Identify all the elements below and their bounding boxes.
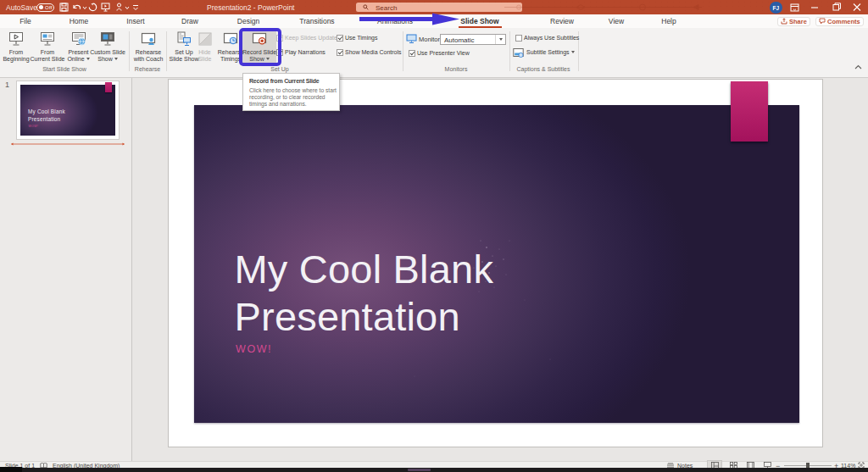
comments-icon bbox=[819, 18, 826, 25]
checkbox-icon bbox=[337, 49, 343, 56]
collapse-ribbon-icon[interactable] bbox=[854, 64, 862, 69]
slide-editing-canvas[interactable]: My Cool Blank Presentation WOW! bbox=[169, 80, 822, 447]
undo-dropdown-icon[interactable] bbox=[82, 3, 87, 12]
undo-icon[interactable] bbox=[72, 3, 81, 12]
checkbox-label: Use Presenter View bbox=[417, 50, 470, 56]
annotation-highlight-rectangle bbox=[239, 28, 281, 66]
slide-subtitle[interactable]: WOW! bbox=[236, 343, 272, 355]
search-icon bbox=[363, 4, 369, 10]
workspace: 1 My Cool Blank Presentation WOW! bbox=[0, 78, 868, 461]
minimize-button[interactable] bbox=[805, 0, 824, 14]
autosave-toggle[interactable]: Off bbox=[36, 3, 54, 12]
monitor-label: Monitor: bbox=[419, 36, 442, 43]
group-separator bbox=[509, 31, 510, 71]
thumbnail-accent-rectangle bbox=[105, 82, 112, 92]
tab-home[interactable]: Home bbox=[70, 17, 89, 25]
status-bar: Slide 1 of 1 English (United Kingdom) No… bbox=[0, 461, 868, 468]
monitor-dropdown-value: Automatic bbox=[444, 36, 475, 44]
tab-insert[interactable]: Insert bbox=[126, 17, 144, 25]
touch-mouse-mode-icon[interactable] bbox=[114, 3, 124, 12]
custom-slide-show-icon bbox=[99, 31, 116, 47]
autosave-label: AutoSave bbox=[6, 3, 37, 12]
checkbox-label: Show Media Controls bbox=[345, 49, 402, 55]
group-label-set-up: Set Up bbox=[270, 66, 288, 72]
tooltip-title: Record from Current Slide bbox=[249, 78, 320, 84]
autosave-toggle-knob bbox=[39, 5, 43, 9]
dropdown-caret-icon bbox=[114, 58, 118, 60]
monitor-dropdown[interactable]: Automatic bbox=[440, 34, 506, 45]
annotation-arrow bbox=[359, 12, 461, 26]
active-tab-underline bbox=[459, 26, 502, 28]
rehearse-timings-icon bbox=[222, 31, 239, 47]
use-presenter-view-checkbox[interactable]: Use Presenter View bbox=[409, 50, 470, 57]
tab-slide-show[interactable]: Slide Show bbox=[460, 17, 498, 25]
thumbnail-subtitle: WOW! bbox=[29, 125, 39, 128]
button-label: Show bbox=[97, 56, 113, 62]
comments-button[interactable]: Comments bbox=[815, 17, 864, 27]
customize-qat-icon[interactable] bbox=[132, 3, 139, 12]
tab-draw[interactable]: Draw bbox=[181, 17, 198, 25]
account-avatar[interactable]: FJ bbox=[770, 2, 782, 14]
button-label: Online bbox=[67, 56, 84, 62]
monitor-dropdown-button[interactable] bbox=[495, 35, 505, 44]
checkbox-label: Always Use Subtitles bbox=[524, 35, 579, 41]
group-label-monitors: Monitors bbox=[445, 66, 468, 72]
dropdown-caret-icon bbox=[499, 38, 503, 41]
ribbon-display-options-icon[interactable] bbox=[790, 3, 799, 12]
subtitle-settings-icon bbox=[513, 47, 524, 58]
share-label: Share bbox=[789, 18, 807, 25]
custom-slide-show-button[interactable]: Custom Slide Show bbox=[84, 31, 131, 64]
save-icon[interactable] bbox=[59, 3, 69, 12]
rehearse-with-coach-button[interactable]: Rehearse with Coach bbox=[130, 31, 167, 64]
restore-button[interactable] bbox=[827, 0, 846, 14]
thumbnail-slide-preview: My Cool Blank Presentation WOW! bbox=[20, 85, 115, 136]
thumbnail-title: My Cool Blank Presentation bbox=[28, 108, 65, 123]
taskbar-dark-block bbox=[0, 467, 22, 472]
touch-mode-dropdown-icon[interactable] bbox=[125, 3, 130, 12]
button-label: Custom Slide bbox=[84, 49, 131, 57]
from-beginning-icon bbox=[8, 31, 25, 47]
set-up-slide-show-icon bbox=[175, 31, 192, 47]
tab-view[interactable]: View bbox=[609, 17, 624, 25]
redo-icon[interactable] bbox=[88, 3, 97, 12]
button-label: Rehearse bbox=[130, 49, 167, 57]
tab-review[interactable]: Review bbox=[550, 17, 574, 25]
tooltip-body: Click here to choose where to start reco… bbox=[249, 87, 341, 108]
slide-title[interactable]: My Cool Blank Presentation bbox=[235, 246, 494, 340]
tab-help[interactable]: Help bbox=[661, 17, 676, 25]
checkbox-label: Keep Slides Updated bbox=[285, 35, 341, 41]
tab-file[interactable]: File bbox=[19, 17, 31, 25]
checkbox-icon bbox=[515, 35, 522, 42]
tab-design[interactable]: Design bbox=[237, 17, 259, 25]
comments-label: Comments bbox=[827, 18, 860, 25]
play-narrations-checkbox[interactable]: Play Narrations bbox=[276, 49, 326, 56]
from-current-slide-icon bbox=[39, 31, 56, 47]
share-button[interactable]: Share bbox=[777, 17, 810, 27]
monitor-icon bbox=[406, 34, 417, 43]
show-media-controls-checkbox[interactable]: Show Media Controls bbox=[337, 49, 402, 56]
annotation-red-measure-line bbox=[10, 142, 125, 147]
tooltip-record-from-current-slide: Record from Current Slide Click here to … bbox=[242, 73, 340, 111]
taskbar-sliver bbox=[0, 468, 868, 472]
tab-transitions[interactable]: Transitions bbox=[299, 17, 334, 25]
group-separator bbox=[403, 31, 403, 71]
slide-background: My Cool Blank Presentation WOW! bbox=[194, 105, 799, 423]
group-label-captions-subtitles: Captions & Subtitles bbox=[516, 66, 570, 72]
slide-thumbnail[interactable]: My Cool Blank Presentation WOW! bbox=[16, 81, 120, 140]
close-button[interactable] bbox=[848, 0, 866, 14]
hide-slide-icon bbox=[197, 31, 214, 47]
group-label-rehearse: Rehearse bbox=[135, 66, 160, 72]
dropdown-caret-icon bbox=[571, 51, 575, 53]
titlebar-circuit-pattern bbox=[475, 0, 729, 14]
always-use-subtitles-checkbox[interactable]: Always Use Subtitles bbox=[515, 35, 579, 42]
subtitle-settings-button[interactable]: Subtitle Settings bbox=[526, 49, 575, 55]
checkbox-icon bbox=[409, 50, 415, 57]
keep-slides-updated-checkbox[interactable]: Keep Slides Updated bbox=[276, 35, 341, 42]
subtitle-settings-label: Subtitle Settings bbox=[526, 49, 570, 55]
autosave-state-label: Off bbox=[45, 5, 53, 10]
slide-accent-rectangle[interactable] bbox=[731, 81, 768, 142]
slideshow-from-beginning-icon[interactable] bbox=[101, 3, 110, 12]
group-label-start-slide-show: Start Slide Show bbox=[42, 66, 86, 72]
search-placeholder: Search bbox=[376, 4, 397, 12]
use-timings-checkbox[interactable]: Use Timings bbox=[337, 35, 378, 42]
